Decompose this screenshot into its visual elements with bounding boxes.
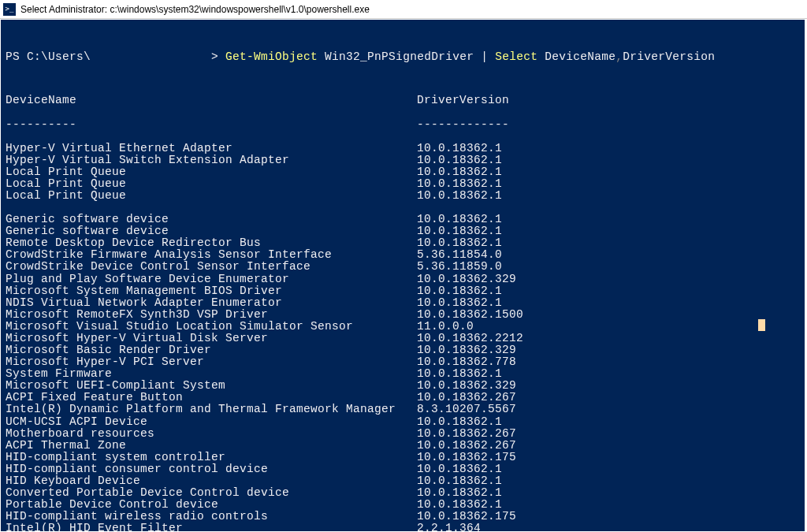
pipe: | — [481, 50, 495, 63]
device-name: Local Print Queue — [6, 177, 417, 190]
table-row: UCM-UCSI ACPI Device 10.0.18362.1 — [6, 416, 798, 428]
comma: , — [615, 50, 623, 63]
device-name: HID-compliant system controller — [6, 451, 417, 463]
device-name: Microsoft RemoteFX Synth3D VSP Driver — [6, 308, 417, 321]
device-name: Microsoft Visual Studio Location Simulat… — [6, 320, 417, 333]
driver-version: 10.0.18362.1 — [417, 367, 502, 380]
table-row: ACPI Thermal Zone 10.0.18362.267 — [6, 440, 798, 452]
table-row: Portable Device Control device 10.0.1836… — [6, 499, 798, 511]
device-name: HID-compliant consumer control device — [6, 463, 417, 475]
window-title: Select Administrator: c:\windows\system3… — [20, 4, 370, 15]
table-row: Generic software device 10.0.18362.1 — [6, 225, 798, 237]
driver-version: 10.0.18362.1 — [417, 154, 502, 166]
terminal-area[interactable]: PS C:\Users\ > Get-WmiObject Win32_PnPSi… — [1, 20, 805, 531]
device-name: Intel(R) HID Event Filter — [6, 522, 417, 532]
table-row: Remote Desktop Device Redirector Bus 10.… — [6, 237, 798, 249]
device-name: Generic software device — [6, 225, 417, 237]
driver-version: 10.0.18362.1500 — [417, 308, 523, 321]
device-name — [6, 201, 417, 214]
cmd-arg3: DriverVersion — [623, 50, 715, 63]
cmdlet-get: Get-WmiObject — [225, 50, 318, 63]
table-row: CrowdStrike Device Control Sensor Interf… — [6, 261, 798, 273]
table-row: Generic software device 10.0.18362.1 — [6, 214, 798, 225]
dash-driverversion: ------------- — [417, 118, 509, 131]
cmdlet-select: Select — [495, 50, 537, 63]
device-name: Converted Portable Device Control device — [6, 486, 417, 499]
header-driverversion: DriverVersion — [417, 94, 509, 106]
table-row: Intel(R) HID Event Filter 2.2.1.364 — [6, 523, 798, 532]
driver-version: 10.0.18362.1 — [417, 296, 502, 309]
driver-version: 10.0.18362.1 — [417, 189, 502, 202]
driver-version: 10.0.18362.267 — [417, 427, 516, 440]
table-row: Plug and Play Software Device Enumerator… — [6, 273, 798, 285]
driver-version: 11.0.0.0 — [417, 320, 474, 333]
driver-version: 10.0.18362.1 — [417, 486, 502, 499]
table-row: NDIS Virtual Network Adapter Enumerator … — [6, 297, 798, 309]
driver-version: 10.0.18362.2212 — [417, 332, 523, 344]
driver-version: 10.0.18362.1 — [417, 225, 502, 237]
driver-version: 10.0.18362.329 — [417, 344, 516, 356]
device-name: HID-compliant wireless radio controls — [6, 510, 417, 523]
device-name: UCM-UCSI ACPI Device — [6, 415, 417, 428]
cmd-arg2: DeviceName — [537, 50, 615, 63]
table-row — [6, 202, 798, 214]
driver-version: 10.0.18362.1 — [417, 236, 502, 249]
prompt-line: PS C:\Users\ > Get-WmiObject Win32_PnPSi… — [6, 51, 798, 63]
table-row: Microsoft Hyper-V Virtual Disk Server 10… — [6, 333, 798, 344]
table-row: Local Print Queue 10.0.18362.1 — [6, 190, 798, 202]
device-name: System Firmware — [6, 367, 417, 380]
table-row: ACPI Fixed Feature Button 10.0.18362.267 — [6, 392, 798, 404]
device-name: Remote Desktop Device Redirector Bus — [6, 236, 417, 249]
driver-version: 10.0.18362.778 — [417, 355, 516, 368]
cmd-arg1: Win32_PnPSignedDriver — [318, 50, 481, 63]
device-name: Microsoft UEFI-Compliant System — [6, 379, 417, 392]
driver-version: 10.0.18362.1 — [417, 177, 502, 190]
device-name: Microsoft Hyper-V PCI Server — [6, 355, 417, 368]
device-name: Microsoft System Management BIOS Driver — [6, 285, 417, 297]
driver-version: 2.2.1.364 — [417, 522, 481, 532]
driver-version: 10.0.18362.175 — [417, 510, 516, 523]
table-row: HID-compliant consumer control device 10… — [6, 463, 798, 475]
prompt-angle: > — [211, 50, 225, 63]
header-devicename: DeviceName — [6, 94, 417, 106]
table-row: Local Print Queue 10.0.18362.1 — [6, 166, 798, 178]
table-row: Microsoft Basic Render Driver 10.0.18362… — [6, 344, 798, 356]
driver-version: 10.0.18362.1 — [417, 166, 502, 178]
titlebar[interactable]: Select Administrator: c:\windows\system3… — [0, 0, 807, 19]
driver-version: 10.0.18362.175 — [417, 451, 516, 463]
table-row: Hyper-V Virtual Ethernet Adapter 10.0.18… — [6, 143, 798, 154]
driver-version: 5.36.11854.0 — [417, 248, 502, 261]
device-name: ACPI Thermal Zone — [6, 439, 417, 452]
driver-version: 8.3.10207.5567 — [417, 403, 516, 415]
table-row: Motherboard resources 10.0.18362.267 — [6, 428, 798, 440]
device-name: Plug and Play Software Device Enumerator — [6, 273, 417, 285]
device-name: Local Print Queue — [6, 189, 417, 202]
table-row: Microsoft Hyper-V PCI Server 10.0.18362.… — [6, 356, 798, 368]
table-row: Microsoft Visual Studio Location Simulat… — [6, 321, 798, 333]
driver-version: 10.0.18362.267 — [417, 391, 516, 404]
driver-version: 10.0.18362.1 — [417, 498, 502, 511]
driver-version: 10.0.18362.1 — [417, 463, 502, 475]
driver-version: 10.0.18362.1 — [417, 415, 502, 428]
table-row: HID-compliant wireless radio controls 10… — [6, 511, 798, 523]
driver-version: 10.0.18362.329 — [417, 379, 516, 392]
device-name: Generic software device — [6, 213, 417, 225]
table-row: HID Keyboard Device 10.0.18362.1 — [6, 475, 798, 487]
device-name: CrowdStrike Device Control Sensor Interf… — [6, 260, 417, 273]
table-row: CrowdStrike Firmware Analysis Sensor Int… — [6, 249, 798, 261]
ps-path: PS C:\Users\ — [6, 50, 91, 63]
powershell-icon — [3, 3, 16, 16]
header-dashes: ---------- ------------- — [6, 119, 798, 131]
driver-version: 10.0.18362.1 — [417, 285, 502, 297]
driver-version: 10.0.18362.1 — [417, 474, 502, 487]
table-row: Hyper-V Virtual Switch Extension Adapter… — [6, 154, 798, 166]
device-name: Portable Device Control device — [6, 498, 417, 511]
device-name: Intel(R) Dynamic Platform and Thermal Fr… — [6, 403, 417, 415]
driver-version: 10.0.18362.267 — [417, 439, 516, 452]
table-row: HID-compliant system controller 10.0.183… — [6, 452, 798, 463]
device-name: Local Print Queue — [6, 166, 417, 178]
driver-version: 10.0.18362.329 — [417, 273, 516, 285]
header-row: DeviceName DriverVersion — [6, 95, 798, 106]
dash-devicename: ---------- — [6, 118, 417, 131]
table-row: System Firmware 10.0.18362.1 — [6, 368, 798, 380]
